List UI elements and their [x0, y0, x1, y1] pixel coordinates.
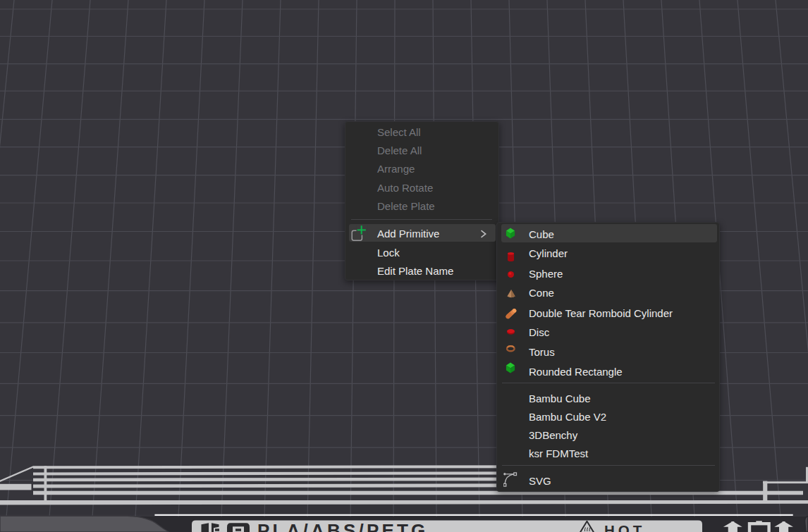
svg-text:HOT: HOT: [604, 522, 645, 532]
svg-text:PLA/ABS/PETG: PLA/ABS/PETG: [257, 520, 429, 532]
